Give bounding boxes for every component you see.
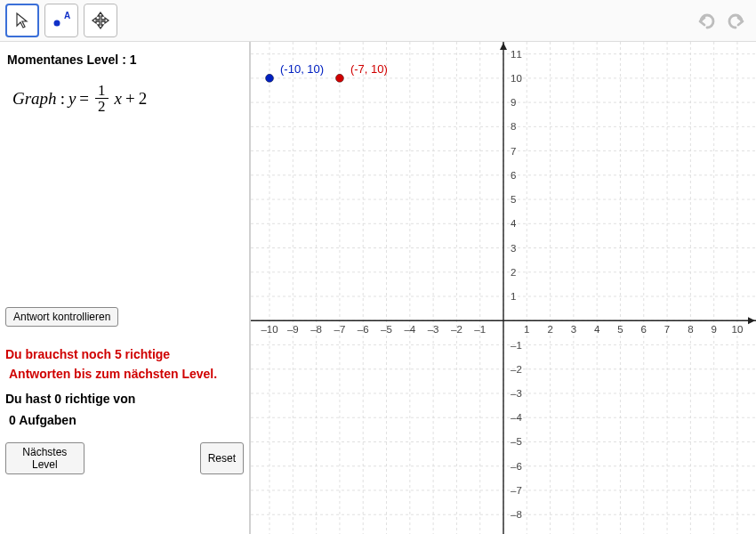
formula: Graph : y = 1 2 x + 2	[12, 83, 244, 114]
remaining-line1: Du brauchst noch 5 richtige	[5, 344, 217, 364]
formula-plus: +	[125, 89, 135, 109]
formula-eq: =	[79, 89, 89, 109]
svg-text:(-7, 10): (-7, 10)	[350, 62, 388, 76]
check-answer-button[interactable]: Antwort kontrollieren	[5, 307, 118, 327]
redo-button[interactable]	[722, 7, 751, 34]
svg-text:8: 8	[688, 324, 693, 335]
svg-text:–5: –5	[381, 324, 392, 335]
svg-text:–4: –4	[511, 412, 522, 423]
undo-redo-group	[692, 7, 751, 34]
svg-text:–3: –3	[511, 388, 522, 399]
svg-text:10: 10	[732, 324, 744, 335]
formula-fraction: 1 2	[95, 83, 109, 114]
svg-text:9: 9	[511, 97, 516, 108]
svg-text:–6: –6	[511, 461, 522, 472]
svg-point-0	[54, 20, 60, 27]
svg-text:10: 10	[511, 73, 522, 84]
svg-text:8: 8	[511, 121, 516, 132]
svg-text:–3: –3	[428, 324, 439, 335]
svg-text:7: 7	[511, 146, 516, 157]
svg-text:9: 9	[711, 324, 716, 335]
point-tool[interactable]: A	[44, 4, 78, 37]
main: Momentanes Level : 1 Graph : y = 1 2 x +…	[0, 42, 756, 534]
reset-button[interactable]: Reset	[200, 442, 244, 474]
svg-text:1: 1	[524, 324, 529, 335]
move-icon	[90, 10, 111, 31]
svg-text:3: 3	[511, 243, 516, 254]
svg-point-84	[266, 74, 274, 82]
svg-text:2: 2	[547, 324, 552, 335]
level-prefix: Momentanes Level :	[7, 53, 126, 67]
level-value: 1	[130, 53, 137, 67]
svg-text:A: A	[64, 11, 70, 20]
score-message: Du hast 0 richtige von 0 Aufgaben	[5, 389, 135, 432]
next-level-button[interactable]: Nächstes Level	[5, 442, 84, 474]
svg-text:–9: –9	[287, 324, 299, 335]
formula-denominator: 2	[95, 99, 109, 114]
svg-text:–7: –7	[334, 324, 346, 335]
svg-text:5: 5	[617, 324, 623, 335]
toolbar: A	[0, 0, 756, 42]
svg-text:1: 1	[511, 291, 516, 302]
svg-text:–4: –4	[404, 324, 415, 335]
svg-text:6: 6	[641, 324, 647, 335]
cursor-icon	[12, 11, 32, 30]
svg-text:5: 5	[511, 194, 516, 205]
undo-icon	[695, 11, 718, 30]
svg-text:6: 6	[511, 170, 516, 181]
formula-x: x	[115, 89, 122, 109]
svg-text:–1: –1	[474, 324, 486, 335]
score-line2: 0 Aufgaben	[5, 410, 135, 432]
svg-text:–1: –1	[511, 340, 522, 351]
svg-text:–2: –2	[511, 364, 522, 375]
undo-button[interactable]	[692, 7, 720, 34]
svg-text:–7: –7	[511, 485, 522, 496]
point-icon: A	[49, 11, 74, 30]
tool-group: A	[5, 4, 117, 37]
svg-text:4: 4	[511, 218, 517, 229]
coordinate-grid[interactable]: –10–9–8–7–6–5–4–3–2–112345678910–8–7–6–5…	[251, 42, 756, 534]
svg-text:–6: –6	[358, 324, 369, 335]
move-tool[interactable]	[84, 4, 117, 37]
graph-pane[interactable]: –10–9–8–7–6–5–4–3–2–112345678910–8–7–6–5…	[251, 42, 756, 534]
left-pane: Momentanes Level : 1 Graph : y = 1 2 x +…	[0, 42, 251, 534]
pointer-tool[interactable]	[5, 4, 39, 37]
svg-text:–8: –8	[310, 324, 322, 335]
level-label: Momentanes Level : 1	[7, 53, 244, 67]
svg-text:7: 7	[664, 324, 670, 335]
bottom-buttons: Nächstes Level Reset	[5, 442, 244, 474]
redo-icon	[725, 11, 748, 30]
svg-point-86	[335, 74, 343, 82]
svg-text:–8: –8	[511, 509, 522, 520]
svg-text:2: 2	[511, 267, 516, 278]
svg-text:11: 11	[511, 49, 522, 60]
formula-numerator: 1	[95, 83, 109, 99]
formula-const: 2	[139, 89, 148, 109]
svg-text:–2: –2	[451, 324, 462, 335]
remaining-line2: Antworten bis zum nächsten Level.	[5, 364, 217, 384]
svg-text:3: 3	[571, 324, 576, 335]
svg-text:–10: –10	[261, 324, 277, 335]
score-line1: Du hast 0 richtige von	[5, 389, 135, 410]
svg-text:–5: –5	[511, 436, 522, 447]
formula-label: Graph	[12, 89, 57, 109]
formula-y: y	[68, 89, 76, 109]
svg-text:(-10, 10): (-10, 10)	[280, 62, 324, 76]
remaining-message: Du brauchst noch 5 richtige Antworten bi…	[5, 344, 217, 384]
svg-text:4: 4	[594, 324, 600, 335]
